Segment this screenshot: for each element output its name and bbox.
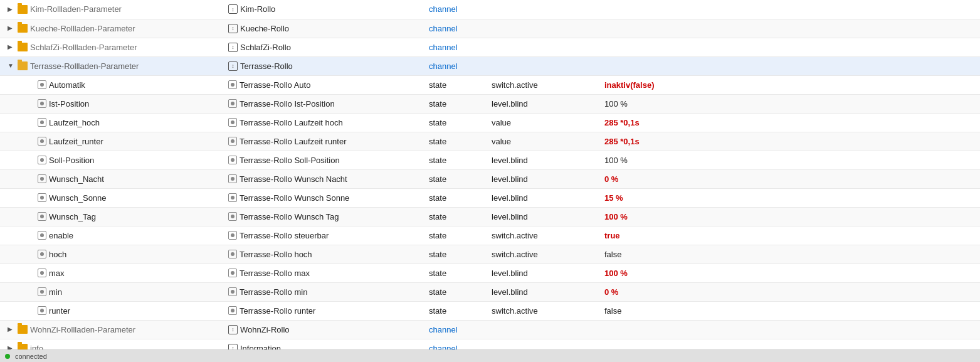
row-name: SchlafZi-Rollladen-Parameter bbox=[30, 43, 137, 52]
expand-arrow[interactable]: ▶ bbox=[8, 24, 15, 32]
state-icon bbox=[38, 269, 46, 277]
state-icon bbox=[38, 174, 46, 183]
expand-arrow[interactable]: ▶ bbox=[8, 326, 15, 333]
row-value: false bbox=[602, 245, 980, 264]
row-label: ↕Kim-Rollo bbox=[226, 0, 426, 19]
row-name: hoch bbox=[49, 250, 66, 259]
row-value: false bbox=[602, 301, 980, 320]
label-channel-icon: ↕ bbox=[228, 43, 238, 52]
row-value: 100 % bbox=[602, 151, 980, 169]
row-value: 0 % bbox=[602, 169, 980, 188]
label-state-icon bbox=[228, 156, 237, 164]
row-type: state bbox=[426, 94, 489, 113]
row-type: channel bbox=[426, 56, 489, 75]
label-state-icon bbox=[228, 99, 237, 108]
row-label: ↕Kueche-Rollo bbox=[226, 19, 426, 38]
row-name: runter bbox=[49, 306, 70, 316]
row-type: channel bbox=[426, 320, 489, 339]
label-state-icon bbox=[228, 250, 237, 258]
label-state-icon bbox=[228, 231, 237, 240]
table-row[interactable]: minTerrasse-Rollo minstatelevel.blind0 % bbox=[0, 282, 980, 301]
row-name: min bbox=[49, 287, 62, 297]
state-icon bbox=[38, 287, 46, 296]
table-row[interactable]: ▶Kueche-Rollladen-Parameter↕Kueche-Rollo… bbox=[0, 19, 980, 38]
label-state-icon bbox=[228, 174, 237, 183]
row-type: state bbox=[426, 188, 489, 207]
row-label: ↕SchlafZi-Rollo bbox=[226, 38, 426, 56]
row-item-type: level.blind bbox=[489, 169, 602, 188]
state-icon bbox=[38, 118, 46, 127]
label-channel-icon: ↕ bbox=[228, 24, 238, 33]
row-name: Wunsch_Sonne bbox=[49, 193, 107, 203]
table-row[interactable]: Wunsch_NachtTerrasse-Rollo Wunsch Nachts… bbox=[0, 169, 980, 188]
row-item-type bbox=[489, 56, 602, 75]
row-item-type: level.blind bbox=[489, 188, 602, 207]
state-icon bbox=[38, 231, 46, 240]
expand-arrow[interactable]: ▼ bbox=[8, 62, 15, 70]
expand-arrow[interactable]: ▶ bbox=[8, 6, 15, 13]
row-name: Terrasse-Rollladen-Parameter bbox=[30, 61, 139, 71]
row-name: Laufzeit_runter bbox=[49, 137, 103, 146]
table-row[interactable]: hochTerrasse-Rollo hochstateswitch.activ… bbox=[0, 245, 980, 264]
table-row[interactable]: Ist-PositionTerrasse-Rollo Ist-Positions… bbox=[0, 94, 980, 113]
row-name: Kim-Rollladen-Parameter bbox=[30, 4, 122, 14]
table-row[interactable]: ▼Terrasse-Rollladen-Parameter↕Terrasse-R… bbox=[0, 56, 980, 75]
row-name: Ist-Position bbox=[49, 99, 89, 109]
table-row[interactable]: enableTerrasse-Rollo steuerbarstateswitc… bbox=[0, 226, 980, 245]
row-value: inaktiv(false) bbox=[602, 75, 980, 94]
state-icon bbox=[38, 99, 46, 108]
expand-arrow[interactable]: ▶ bbox=[8, 43, 15, 51]
table-row[interactable]: Laufzeit_runterTerrasse-Rollo Laufzeit r… bbox=[0, 132, 980, 151]
row-label: Terrasse-Rollo Laufzeit hoch bbox=[226, 113, 426, 132]
table-row[interactable]: Wunsch_TagTerrasse-Rollo Wunsch Tagstate… bbox=[0, 207, 980, 226]
row-type: channel bbox=[426, 19, 489, 38]
row-value: 15 % bbox=[602, 188, 980, 207]
label-state-icon bbox=[228, 212, 237, 221]
row-name: Soll-Position bbox=[49, 156, 94, 165]
row-name: Laufzeit_hoch bbox=[49, 118, 100, 127]
row-label: Terrasse-Rollo runter bbox=[226, 301, 426, 320]
row-name: Kueche-Rollladen-Parameter bbox=[30, 24, 135, 33]
row-item-type: value bbox=[489, 132, 602, 151]
row-item-type bbox=[489, 38, 602, 56]
folder-icon bbox=[18, 5, 28, 14]
table-row[interactable]: Wunsch_SonneTerrasse-Rollo Wunsch Sonnes… bbox=[0, 188, 980, 207]
row-label: Terrasse-Rollo Wunsch Tag bbox=[226, 207, 426, 226]
row-label: Terrasse-Rollo hoch bbox=[226, 245, 426, 264]
table-row[interactable]: ▶SchlafZi-Rollladen-Parameter↕SchlafZi-R… bbox=[0, 38, 980, 56]
row-type: state bbox=[426, 132, 489, 151]
label-state-icon bbox=[228, 137, 237, 146]
folder-icon bbox=[18, 325, 28, 334]
folder-icon bbox=[18, 43, 28, 51]
row-label: Terrasse-Rollo Wunsch Sonne bbox=[226, 188, 426, 207]
tree-table: Name Label Type Item Type Value ▶Kim-Rol… bbox=[0, 0, 980, 362]
row-item-type: level.blind bbox=[489, 151, 602, 169]
row-type: state bbox=[426, 264, 489, 282]
table-row[interactable]: Laufzeit_hochTerrasse-Rollo Laufzeit hoc… bbox=[0, 113, 980, 132]
row-item-type: level.blind bbox=[489, 94, 602, 113]
label-state-icon bbox=[228, 193, 237, 202]
label-channel-icon: ↕ bbox=[228, 61, 238, 71]
row-value: 285 *0,1s bbox=[602, 132, 980, 151]
folder-icon bbox=[18, 24, 28, 33]
row-value bbox=[602, 38, 980, 56]
row-type: state bbox=[426, 301, 489, 320]
table-row[interactable]: ▶WohnZi-Rollladen-Parameter↕WohnZi-Rollo… bbox=[0, 320, 980, 339]
label-channel-icon: ↕ bbox=[228, 4, 238, 14]
row-name: Automatik bbox=[49, 80, 85, 90]
row-name: Wunsch_Tag bbox=[49, 212, 96, 221]
table-row[interactable]: runterTerrasse-Rollo runterstateswitch.a… bbox=[0, 301, 980, 320]
row-type: state bbox=[426, 169, 489, 188]
row-type: state bbox=[426, 207, 489, 226]
state-icon bbox=[38, 137, 46, 146]
row-type: channel bbox=[426, 0, 489, 19]
row-type: state bbox=[426, 113, 489, 132]
row-type: state bbox=[426, 75, 489, 94]
table-row[interactable]: ▶Kim-Rollladen-Parameter↕Kim-Rollochanne… bbox=[0, 0, 980, 19]
state-icon bbox=[38, 306, 46, 315]
table-row[interactable]: maxTerrasse-Rollo maxstatelevel.blind100… bbox=[0, 264, 980, 282]
label-state-icon bbox=[228, 118, 237, 127]
table-row[interactable]: AutomatikTerrasse-Rollo Autostateswitch.… bbox=[0, 75, 980, 94]
table-row[interactable]: Soll-PositionTerrasse-Rollo Soll-Positio… bbox=[0, 151, 980, 169]
row-item-type: level.blind bbox=[489, 264, 602, 282]
